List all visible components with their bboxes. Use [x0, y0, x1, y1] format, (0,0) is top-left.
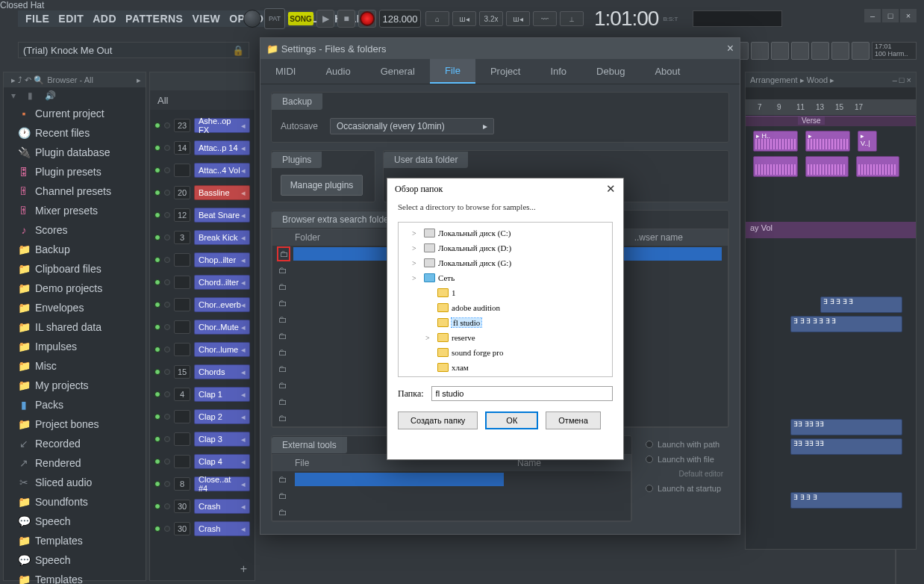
channel-led[interactable] — [154, 347, 160, 352]
minimize-button[interactable]: – — [864, 9, 881, 22]
close-button[interactable]: × — [900, 9, 917, 22]
browser-item[interactable]: 📁Impulses — [4, 337, 146, 356]
settings-titlebar[interactable]: 📁 Settings - Files & folders × — [260, 38, 740, 59]
tree-node[interactable]: хлам — [399, 360, 612, 375]
channel-number[interactable]: 30 — [174, 500, 190, 513]
browser-item[interactable]: 📁Project bones — [4, 414, 146, 434]
menu-file[interactable]: FILE — [21, 13, 54, 25]
channel-mute[interactable] — [164, 234, 170, 240]
channel-name[interactable]: Crash ◂ — [194, 499, 250, 514]
channel-number[interactable] — [174, 455, 190, 468]
settings-tab-project[interactable]: Project — [475, 59, 535, 84]
marker-track[interactable]: Verse — [746, 116, 916, 126]
tool-row[interactable]: 🗀 — [272, 488, 631, 504]
channel-number[interactable]: 30 — [174, 522, 190, 535]
channel-led[interactable] — [154, 302, 160, 308]
folder-tree[interactable]: >Локальный диск (C:)>Локальный диск (D:)… — [398, 222, 613, 377]
channel-number[interactable] — [174, 298, 190, 311]
midi-clip[interactable]: ∃∃ ∃∃ ∃∃ — [790, 419, 902, 435]
folder-input[interactable] — [431, 386, 613, 401]
settings-tab-info[interactable]: Info — [535, 59, 581, 84]
channel-name[interactable]: Chor..Mute ◂ — [194, 320, 250, 335]
channel-mute[interactable] — [164, 190, 170, 196]
browser-item[interactable]: 📁IL shared data — [4, 317, 146, 337]
expand-icon[interactable]: > — [425, 334, 434, 342]
channel-led[interactable] — [154, 414, 160, 420]
channel-mute[interactable] — [164, 302, 170, 308]
midi-clip[interactable]: ∃ ∃ ∃ ∃ ∃ ∃ ∃ — [790, 316, 902, 332]
tree-node[interactable]: >Локальный диск (D:) — [399, 240, 612, 255]
launch-at-startup-radio[interactable]: Launch at startup — [646, 484, 723, 493]
audio-clip[interactable]: ▸ V..| — [858, 131, 877, 152]
settings-tab-debug[interactable]: Debug — [581, 59, 640, 84]
browser-item[interactable]: 📁Demo projects — [4, 279, 146, 298]
channel-mute[interactable] — [164, 369, 170, 375]
menu-view[interactable]: VIEW — [187, 13, 225, 25]
channel-name[interactable]: Clap 1 ◂ — [194, 387, 250, 402]
toolbar-button-4[interactable] — [791, 42, 809, 60]
pattern-selector[interactable]: PAT — [264, 8, 285, 29]
browser-item[interactable]: 📁Envelopes — [4, 298, 146, 317]
channel-name[interactable]: Crash ◂ — [194, 521, 250, 536]
ok-button[interactable]: ОК — [485, 411, 538, 429]
channel-led[interactable] — [154, 145, 160, 151]
audio-clip[interactable] — [753, 156, 798, 177]
menu-add[interactable]: ADD — [88, 13, 121, 25]
stop-button[interactable]: ■ — [337, 10, 355, 28]
browser-item[interactable]: ↙Recorded — [4, 434, 146, 453]
settings-tab-file[interactable]: File — [430, 59, 475, 84]
tree-node[interactable]: >Локальный диск (G:) — [399, 255, 612, 270]
audio-clip[interactable]: ▸ — [805, 131, 850, 152]
channel-led[interactable] — [154, 190, 160, 196]
expand-icon[interactable]: > — [412, 244, 421, 252]
channel-led[interactable] — [154, 526, 160, 532]
tree-node[interactable]: sound forge pro — [399, 345, 612, 360]
browser-item[interactable]: ▪Current project — [4, 104, 146, 123]
tree-node[interactable]: fl studio — [399, 315, 612, 330]
browser-item[interactable]: ▮Packs — [4, 395, 146, 414]
channel-filter[interactable]: All — [150, 90, 255, 110]
collapse-icon[interactable]: ▾ — [11, 90, 16, 101]
browser-item[interactable]: 📁Backup — [4, 240, 146, 259]
browser-item[interactable]: 📁Templates — [4, 531, 146, 550]
browser-item[interactable]: 📁Clipboard files — [4, 259, 146, 279]
play-button[interactable]: ▶ — [316, 10, 334, 28]
expand-icon[interactable]: > — [412, 229, 421, 237]
add-channel-button[interactable]: + — [240, 562, 247, 576]
channel-name[interactable]: Chords ◂ — [194, 364, 250, 379]
channel-number[interactable]: 12 — [174, 208, 190, 222]
channel-name[interactable]: Attac..p 14 ◂ — [194, 140, 250, 155]
toolbar-button-7[interactable] — [852, 42, 870, 60]
channel-mute[interactable] — [164, 503, 170, 509]
toolbar-button-5[interactable] — [811, 42, 829, 60]
channel-mute[interactable] — [164, 167, 170, 173]
browser-item[interactable]: 📁Soundfonts — [4, 492, 146, 512]
snap-button[interactable]: ш◂ — [506, 11, 530, 26]
midi-clip[interactable]: ∃ ∃ ∃ ∃ ∃ — [820, 296, 902, 313]
channel-led[interactable] — [154, 503, 160, 509]
browser-item[interactable]: 🔌Plugin database — [4, 143, 146, 162]
browser-item[interactable]: 🎚Mixer presets — [4, 201, 146, 220]
channel-number[interactable] — [174, 320, 190, 334]
snap-button[interactable]: ⌂ — [425, 11, 449, 26]
channel-mute[interactable] — [164, 414, 170, 420]
snap-button[interactable]: ш◂ — [452, 11, 476, 26]
channel-number[interactable]: 15 — [174, 365, 190, 379]
channel-mute[interactable] — [164, 324, 170, 330]
channel-mute[interactable] — [164, 436, 170, 442]
browser-item[interactable]: 🕐Recent files — [4, 123, 146, 143]
channel-mute[interactable] — [164, 257, 170, 263]
channel-led[interactable] — [154, 391, 160, 397]
timeline-ruler[interactable]: 7911131517 — [746, 99, 916, 116]
channel-name[interactable]: Clap 3 ◂ — [194, 432, 250, 447]
channel-number[interactable] — [174, 410, 190, 423]
maximize-button[interactable]: □ — [882, 9, 899, 22]
tree-node[interactable]: 1 — [399, 285, 612, 300]
channel-number[interactable] — [174, 164, 190, 177]
settings-tab-midi[interactable]: MIDI — [260, 59, 310, 84]
lock-icon[interactable]: 🔒 — [232, 45, 244, 56]
browser-item[interactable]: 🎚Channel presets — [4, 181, 146, 201]
cancel-button[interactable]: Отмена — [546, 411, 600, 429]
audio-clip[interactable] — [856, 156, 899, 177]
tempo-display[interactable]: 128.000 — [379, 10, 421, 28]
